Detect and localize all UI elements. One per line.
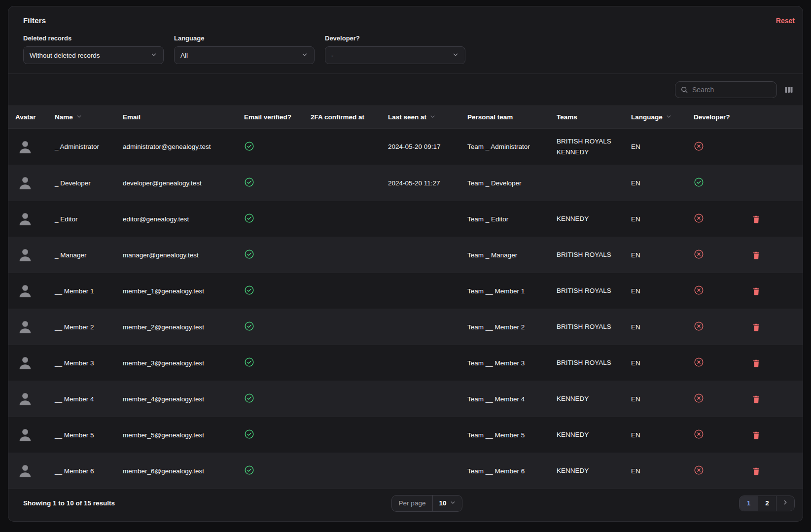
cell-developer [687,465,740,477]
language-select[interactable]: All [174,46,315,64]
delete-button[interactable] [752,394,761,404]
cell-name: __ Member 6 [48,467,116,475]
cell-actions [740,286,803,296]
table-row[interactable]: _ Administratoradministrator@genealogy.t… [8,129,803,165]
column-header-label: Personal team [467,113,513,121]
avatar [15,353,35,373]
cell-avatar [8,281,48,301]
cell-email-verified [237,213,304,225]
delete-button[interactable] [752,430,761,440]
per-page-label: Per page [392,496,433,511]
x-circle-icon [694,465,704,475]
cell-email: member_2@genealogy.test [116,323,237,331]
pagination-page-1[interactable]: 1 [740,496,758,511]
search-input[interactable] [692,86,781,94]
column-header-name[interactable]: Name [48,113,116,121]
column-header-personal-team: Personal team [460,113,550,121]
table-row[interactable]: _ Managermanager@genealogy.testTeam _ Ma… [8,237,803,273]
select-value: All [180,52,188,59]
avatar [15,209,35,229]
filters-reset-button[interactable]: Reset [776,17,795,25]
cell-teams: BRITISH ROYALS [550,249,624,260]
cell-actions [740,394,803,404]
cell-language: EN [624,251,687,259]
column-header-label: Avatar [15,113,36,121]
check-circle-icon [244,393,254,403]
column-header-label: Developer? [694,113,730,121]
x-circle-icon [694,429,704,439]
search-box [675,81,777,98]
chevron-down-icon [301,51,308,60]
cell-language: EN [624,287,687,295]
table-row[interactable]: __ Member 6member_6@genealogy.testTeam _… [8,453,803,489]
x-circle-icon [694,357,704,367]
check-circle-icon [244,177,254,187]
table-row[interactable]: __ Member 3member_3@genealogy.testTeam _… [8,345,803,381]
table-body: _ Administratoradministrator@genealogy.t… [8,129,803,489]
x-circle-icon [694,285,704,295]
column-header-teams: Teams [550,113,624,121]
cell-avatar [8,245,48,265]
cell-email-verified [237,357,304,369]
filter-label: Language [174,35,315,42]
cell-teams: BRITISH ROYALS [550,285,624,296]
deleted-records-select[interactable]: Without deleted records [23,46,164,64]
table-row[interactable]: __ Member 5member_5@genealogy.testTeam _… [8,417,803,453]
cell-email-verified [237,393,304,405]
table-footer: Showing 1 to 10 of 15 results Per page 1… [8,489,803,517]
x-circle-icon [694,393,704,403]
toggle-columns-button[interactable] [783,84,795,96]
cell-language: EN [624,431,687,439]
table-row[interactable]: _ Developerdeveloper@genealogy.test2024-… [8,165,803,201]
filter-label: Developer? [325,35,465,42]
column-header-last-seen-at[interactable]: Last seen at [381,113,460,121]
pagination-next-button[interactable] [776,496,794,511]
pagination: 1 2 [739,496,795,511]
table-row[interactable]: __ Member 4member_4@genealogy.testTeam _… [8,381,803,417]
cell-language: EN [624,143,687,150]
cell-language: EN [624,215,687,223]
avatar [15,389,35,409]
column-header-email-verified: Email verified? [237,113,304,121]
delete-button[interactable] [752,250,761,260]
cell-avatar [8,137,48,157]
results-summary: Showing 1 to 10 of 15 results [23,499,115,507]
table-row[interactable]: _ Editoreditor@genealogy.testTeam _ Edit… [8,201,803,237]
check-circle-icon [244,285,254,295]
filters-section: Filters Reset Deleted records Without de… [8,6,803,73]
check-circle-icon [244,249,254,259]
select-value: - [331,52,334,59]
cell-developer [687,177,740,189]
cell-developer [687,393,740,405]
column-header-label: Last seen at [388,113,426,121]
delete-button[interactable] [752,358,761,368]
cell-teams: BRITISH ROYALSKENNEDY [550,136,624,158]
table-toolbar [8,74,803,106]
cell-developer [687,249,740,261]
delete-button[interactable] [752,322,761,332]
chevron-down-icon [450,499,456,507]
cell-email-verified [237,177,304,189]
table-row[interactable]: __ Member 2member_2@genealogy.testTeam _… [8,309,803,345]
delete-button[interactable] [752,466,761,476]
delete-button[interactable] [752,214,761,224]
cell-email: manager@genealogy.test [116,251,237,259]
delete-button[interactable] [752,286,761,296]
per-page-select[interactable]: Per page 10 [391,495,463,512]
cell-avatar [8,389,48,409]
cell-personal-team: Team __ Member 6 [460,467,550,475]
pagination-page-2[interactable]: 2 [758,496,776,511]
table-row[interactable]: __ Member 1member_1@genealogy.testTeam _… [8,273,803,309]
column-header-language[interactable]: Language [624,113,687,121]
x-circle-icon [694,141,704,151]
cell-email-verified [237,285,304,297]
cell-actions [740,358,803,368]
cell-name: _ Editor [48,215,116,223]
cell-email: member_3@genealogy.test [116,359,237,367]
cell-name: __ Member 4 [48,395,116,403]
avatar [15,425,35,445]
developer-select[interactable]: - [325,46,465,64]
cell-avatar [8,173,48,193]
chevron-down-icon [76,113,82,121]
chevron-right-icon [782,499,789,507]
